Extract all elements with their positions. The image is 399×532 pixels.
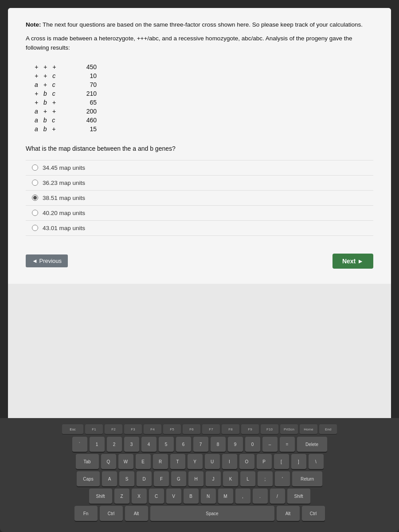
navigation-buttons: ◄ Previous Next ► bbox=[26, 249, 373, 270]
fn-key-prtscn[interactable]: PrtScn bbox=[280, 424, 298, 434]
fn-key-f7[interactable]: F7 bbox=[202, 424, 220, 434]
key-caps[interactable]: Caps bbox=[77, 471, 100, 486]
key-space[interactable]: Space bbox=[150, 506, 274, 521]
fn-key-f3[interactable]: F3 bbox=[124, 424, 142, 434]
key-i[interactable]: I bbox=[222, 454, 237, 469]
key-u[interactable]: U bbox=[205, 454, 220, 469]
fn-key-f1[interactable]: F1 bbox=[85, 424, 103, 434]
radio-label-opt3: 38.51 map units bbox=[43, 195, 85, 201]
radio-input-opt2[interactable] bbox=[32, 180, 38, 186]
key-k[interactable]: K bbox=[223, 471, 238, 486]
fn-key-f10[interactable]: F10 bbox=[261, 424, 278, 434]
key-t[interactable]: T bbox=[170, 454, 185, 469]
key-e[interactable]: E bbox=[136, 454, 151, 469]
radio-option-opt1[interactable]: 34.45 map units bbox=[26, 160, 373, 176]
key-ctrl[interactable]: Ctrl bbox=[100, 506, 123, 521]
key-\[interactable]: \ bbox=[309, 454, 324, 469]
genetics-row: a b c460 bbox=[35, 117, 373, 124]
key-alt[interactable]: Alt bbox=[125, 506, 148, 521]
fn-key-f6[interactable]: F6 bbox=[183, 424, 200, 434]
key-n[interactable]: N bbox=[201, 489, 216, 504]
key-9[interactable]: 9 bbox=[228, 437, 243, 452]
key-ctrl[interactable]: Ctrl bbox=[302, 506, 325, 521]
radio-input-opt1[interactable] bbox=[32, 164, 38, 171]
key-shift[interactable]: Shift bbox=[89, 489, 112, 504]
key-h[interactable]: H bbox=[188, 471, 203, 486]
radio-input-opt5[interactable] bbox=[32, 225, 38, 231]
key-b[interactable]: B bbox=[184, 489, 199, 504]
key-'[interactable]: ' bbox=[275, 471, 290, 486]
key-y[interactable]: Y bbox=[188, 454, 203, 469]
key-`[interactable]: ` bbox=[72, 437, 87, 452]
key-5[interactable]: 5 bbox=[159, 437, 174, 452]
genetics-row: + + +450 bbox=[35, 63, 373, 70]
key-3[interactable]: 3 bbox=[124, 437, 139, 452]
cross-description: A cross is made between a heterozygote, … bbox=[26, 34, 373, 53]
key-2[interactable]: 2 bbox=[107, 437, 122, 452]
key-o[interactable]: O bbox=[239, 454, 254, 469]
radio-input-opt4[interactable] bbox=[32, 210, 38, 216]
radio-input-opt3[interactable] bbox=[32, 195, 38, 201]
key-6[interactable]: 6 bbox=[176, 437, 191, 452]
fn-key-f9[interactable]: F9 bbox=[241, 424, 259, 434]
key-f[interactable]: F bbox=[154, 471, 169, 486]
key-j[interactable]: J bbox=[206, 471, 221, 486]
key-.[interactable]: . bbox=[253, 489, 268, 504]
genotype-count: 65 bbox=[70, 99, 97, 106]
key-shift[interactable]: Shift bbox=[287, 489, 310, 504]
genetics-row: a + c70 bbox=[35, 81, 373, 88]
key-r[interactable]: R bbox=[153, 454, 168, 469]
key-w[interactable]: W bbox=[118, 454, 133, 469]
keyboard: EscF1F2F3F4F5F6F7F8F9F10PrtScnHomeEnd `1… bbox=[0, 418, 399, 532]
key-[[interactable]: [ bbox=[274, 454, 289, 469]
key-–[interactable]: – bbox=[262, 437, 278, 452]
radio-option-opt5[interactable]: 43.01 map units bbox=[26, 221, 373, 236]
genetics-table: + + +450+ + c10a + c70+ b c210+ b +65a +… bbox=[35, 63, 373, 133]
key-z[interactable]: Z bbox=[114, 489, 129, 504]
key-fn[interactable]: Fn bbox=[74, 506, 98, 521]
key-4[interactable]: 4 bbox=[141, 437, 156, 452]
note-label: Note: bbox=[26, 21, 41, 28]
key-d[interactable]: D bbox=[137, 471, 152, 486]
genetics-row: + b c210 bbox=[35, 90, 373, 97]
key-return[interactable]: Return bbox=[292, 471, 322, 486]
key-a[interactable]: A bbox=[102, 471, 117, 486]
key-tab[interactable]: Tab bbox=[76, 454, 99, 469]
key-g[interactable]: G bbox=[171, 471, 186, 486]
key-,[interactable]: , bbox=[235, 489, 250, 504]
key-x[interactable]: X bbox=[132, 489, 147, 504]
key-v[interactable]: V bbox=[166, 489, 181, 504]
key-/[interactable]: / bbox=[270, 489, 285, 504]
fn-key-home[interactable]: Home bbox=[300, 424, 317, 434]
note-paragraph: Note: The next four questions are based … bbox=[26, 20, 373, 30]
fn-key-end[interactable]: End bbox=[319, 424, 337, 434]
key-][interactable]: ] bbox=[291, 454, 306, 469]
key-;[interactable]: ; bbox=[258, 471, 273, 486]
key-alt[interactable]: Alt bbox=[277, 506, 300, 521]
fn-key-f2[interactable]: F2 bbox=[105, 424, 122, 434]
next-button[interactable]: Next ► bbox=[332, 254, 373, 269]
fn-key-row: EscF1F2F3F4F5F6F7F8F9F10PrtScnHomeEnd bbox=[4, 424, 395, 434]
fn-key-f8[interactable]: F8 bbox=[222, 424, 239, 434]
key-delete[interactable]: Delete bbox=[297, 437, 327, 452]
key-7[interactable]: 7 bbox=[193, 437, 208, 452]
key-p[interactable]: P bbox=[257, 454, 272, 469]
key-q[interactable]: Q bbox=[101, 454, 116, 469]
key-s[interactable]: S bbox=[119, 471, 134, 486]
radio-option-opt4[interactable]: 40.20 map units bbox=[26, 206, 373, 221]
key-m[interactable]: M bbox=[218, 489, 233, 504]
previous-button[interactable]: ◄ Previous bbox=[26, 254, 68, 267]
key-8[interactable]: 8 bbox=[211, 437, 226, 452]
radio-option-opt2[interactable]: 36.23 map units bbox=[26, 176, 373, 191]
key-=[interactable]: = bbox=[280, 437, 295, 452]
key-c[interactable]: C bbox=[149, 489, 164, 504]
fn-key-f5[interactable]: F5 bbox=[163, 424, 181, 434]
radio-option-opt3[interactable]: 38.51 map units bbox=[26, 191, 373, 206]
key-0[interactable]: 0 bbox=[245, 437, 260, 452]
key-1[interactable]: 1 bbox=[90, 437, 105, 452]
genotype-label: a + + bbox=[35, 108, 70, 115]
fn-key-f4[interactable]: F4 bbox=[144, 424, 161, 434]
key-l[interactable]: L bbox=[240, 471, 255, 486]
fn-key-esc[interactable]: Esc bbox=[62, 424, 83, 434]
radio-label-opt2: 36.23 map units bbox=[43, 180, 85, 186]
